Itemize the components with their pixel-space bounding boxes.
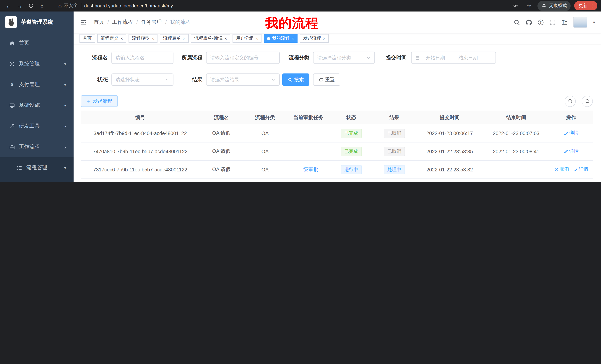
detail-link[interactable]: 详情: [564, 130, 579, 136]
cell-result: 处理中: [372, 161, 416, 179]
close-icon[interactable]: ×: [151, 36, 154, 41]
status-badge: 已取消: [384, 147, 405, 156]
detail-link[interactable]: 详情: [573, 166, 588, 173]
sidebar-item-label: 工作流程: [19, 144, 40, 150]
help-icon[interactable]: ?: [538, 19, 544, 25]
search-icon[interactable]: [514, 19, 520, 25]
browser-actions: ☆ 无痕模式 更新 ⋮: [511, 1, 597, 10]
tab-user-group[interactable]: 用户分组×: [232, 34, 261, 43]
tab-start-process[interactable]: 发起流程×: [300, 34, 329, 43]
result-label: 结果: [181, 76, 202, 83]
column-header: 结果: [372, 111, 416, 124]
back-icon[interactable]: ←: [4, 1, 13, 10]
column-header: 流程名: [200, 111, 243, 124]
tab-my-process[interactable]: 我的流程×: [264, 34, 298, 43]
cell-category: OA: [243, 179, 287, 182]
home-icon[interactable]: ⌂: [37, 1, 47, 10]
cell-result: 已取消: [372, 142, 416, 161]
tab-process-form[interactable]: 流程表单×: [160, 34, 189, 43]
table-row: 7317cec6-7b9b-11ec-b5b7-acde48001122OA 请…: [81, 161, 593, 179]
cell-result: 通过: [372, 179, 416, 182]
breadcrumb-item: 我的流程: [170, 19, 191, 26]
status-badge: 已完成: [341, 147, 362, 156]
key-icon[interactable]: [511, 1, 521, 10]
cell-submit-time: 2022-01-22 23:51:15: [416, 179, 483, 182]
cell-actions: 详情: [549, 142, 593, 161]
close-icon[interactable]: ×: [256, 36, 258, 41]
process-definition-input[interactable]: [206, 52, 280, 64]
sidebar-item-payment-management[interactable]: ¥支付管理▾: [0, 74, 74, 95]
close-icon[interactable]: ×: [183, 36, 185, 41]
tab-process-definition[interactable]: 流程定义×: [97, 34, 126, 43]
end-date-input[interactable]: [455, 55, 481, 60]
cell-actions: 详情: [549, 179, 593, 182]
breadcrumb-item[interactable]: 任务管理: [141, 19, 162, 26]
cell-process-name: OA 请假: [200, 142, 243, 161]
chevron-down-icon[interactable]: ▾: [593, 20, 595, 25]
chevron-down-icon: ▾: [64, 124, 66, 128]
hamburger-icon[interactable]: [80, 19, 87, 26]
tab-process-form-edit[interactable]: 流程表单-编辑×: [191, 34, 230, 43]
cancel-link[interactable]: 取消: [554, 166, 569, 173]
detail-link[interactable]: 详情: [564, 148, 579, 154]
reload-icon[interactable]: [26, 1, 36, 10]
process-name-label: 流程名: [81, 54, 108, 61]
tab-label: 发起流程: [303, 35, 321, 42]
sidebar-item-dev-tools[interactable]: 研发工具▾: [0, 116, 74, 136]
category-select[interactable]: [313, 52, 375, 64]
avatar[interactable]: [573, 17, 587, 28]
close-icon[interactable]: ×: [120, 36, 123, 41]
sidebar-item-task-management[interactable]: 任务管理▴: [0, 178, 74, 182]
reset-button[interactable]: 重置: [313, 74, 340, 86]
refresh-button[interactable]: [582, 96, 593, 107]
process-name-input[interactable]: [111, 52, 173, 64]
yen-icon: ¥: [9, 82, 15, 87]
table-header: 编号流程名流程分类当前审批任务状态结果提交时间结束时间操作: [81, 111, 593, 124]
calendar-icon: [415, 56, 420, 60]
sidebar-item-process-management[interactable]: 流程管理▾: [0, 157, 74, 178]
close-icon[interactable]: ×: [323, 36, 325, 41]
breadcrumb-item[interactable]: 工作流程: [112, 19, 133, 26]
task-link[interactable]: 一级审批: [298, 167, 318, 172]
submit-time-label: 提交时间: [384, 54, 407, 61]
forward-icon[interactable]: →: [15, 1, 25, 10]
cell-submit-time: 2022-01-22 23:53:32: [416, 161, 483, 179]
result-select[interactable]: [206, 74, 280, 86]
cell-current-task[interactable]: 一级审批: [287, 161, 330, 179]
monitor-icon: [9, 103, 15, 108]
breadcrumb-item[interactable]: 首页: [94, 19, 104, 26]
fullscreen-icon[interactable]: [550, 19, 556, 25]
update-button[interactable]: 更新 ⋮: [574, 1, 597, 10]
sidebar-item-home[interactable]: 首页: [0, 33, 74, 53]
cell-current-task: [287, 142, 330, 161]
url-text[interactable]: dashboard.yudao.iocoder.cn/bpm/task/my: [84, 3, 173, 8]
search-button[interactable]: 搜索: [282, 74, 310, 86]
close-icon[interactable]: ×: [224, 36, 227, 41]
cell-end-time: [483, 161, 549, 179]
status-select[interactable]: [111, 74, 173, 86]
font-size-icon[interactable]: TT: [561, 19, 568, 25]
column-header: 结束时间: [483, 111, 549, 124]
security-warning[interactable]: ⚠不安全: [58, 3, 78, 9]
status-badge: 已完成: [341, 129, 362, 138]
tab-home[interactable]: 首页: [80, 34, 95, 43]
github-icon[interactable]: [526, 19, 532, 25]
show-search-button[interactable]: [565, 96, 576, 107]
tab-label: 流程表单: [163, 35, 181, 42]
address-bar[interactable]: ⚠不安全 dashboard.yudao.iocoder.cn/bpm/task…: [58, 3, 509, 9]
create-process-button[interactable]: 发起流程: [81, 95, 118, 107]
close-icon[interactable]: ×: [291, 36, 294, 41]
sidebar-item-infrastructure[interactable]: 基础设施▾: [0, 95, 74, 116]
sidebar-item-workflow[interactable]: 工作流程▴: [0, 136, 74, 157]
cell-process-name: OA 请假: [200, 179, 243, 182]
tab-label: 首页: [83, 35, 92, 42]
tab-process-model[interactable]: 流程模型×: [129, 34, 158, 43]
sidebar-item-system-management[interactable]: 系统管理▾: [0, 53, 74, 74]
bookmark-star-icon[interactable]: ☆: [524, 1, 534, 10]
date-range-input[interactable]: -: [411, 52, 496, 64]
start-date-input[interactable]: [422, 55, 449, 60]
menu-dots-icon[interactable]: ⋮: [590, 3, 594, 8]
cell-status: 已完成: [330, 142, 372, 161]
cell-actions: 详情: [549, 124, 593, 142]
app-logo[interactable]: 芋道管理系统: [0, 11, 74, 33]
